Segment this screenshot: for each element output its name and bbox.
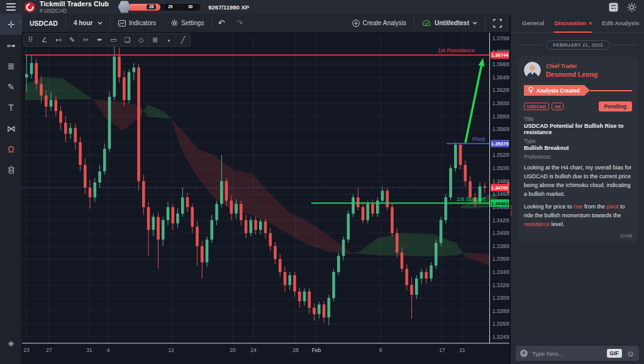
xabcd-pattern-icon[interactable]: ⋈ <box>0 118 22 139</box>
indicators-button[interactable]: Indicators <box>111 14 164 33</box>
tab-discussion[interactable]: Discussion× <box>554 14 592 33</box>
chart-toolbar: USDCAD 4 hour Indicators <box>22 14 509 33</box>
xp-progress: 28 29 30 9267/11980 XP <box>118 1 249 14</box>
drawing-tools-sidebar: ✛⊶≣✎T⋈Ω ◈ <box>0 14 22 364</box>
svg-text:1.35200: 1.35200 <box>492 152 509 158</box>
message-timestamp: 10:08 <box>524 233 632 239</box>
app-title: Tickmill Traders Club <box>40 1 109 8</box>
svg-text:12: 12 <box>168 347 174 353</box>
input-placeholder: Type here... <box>532 350 602 357</box>
svg-text:1.32600: 1.32600 <box>492 321 509 327</box>
svg-text:27: 27 <box>46 347 52 353</box>
lightbulb-icon <box>528 87 533 94</box>
svg-text:1.34000: 1.34000 <box>492 230 509 236</box>
settings-button[interactable]: Settings <box>164 14 211 33</box>
author-name[interactable]: Desmond Leong <box>546 71 597 78</box>
create-analysis-button[interactable]: Create Analysis <box>345 14 414 33</box>
svg-text:1.34800: 1.34800 <box>492 179 509 185</box>
svg-text:1.36600: 1.36600 <box>492 62 509 67</box>
widgets-icon[interactable] <box>609 3 618 12</box>
gear-icon[interactable] <box>627 3 636 12</box>
svg-text:1.34462: 1.34462 <box>491 201 508 207</box>
xp-text: 9267/11980 XP <box>208 4 249 11</box>
price-chart[interactable]: 1.370001.368001.366001.364001.362001.360… <box>22 33 509 364</box>
message-input[interactable]: + Type here... GIF ☺ <box>516 346 639 361</box>
fullscreen-icon <box>493 19 502 28</box>
message-composer: + Type here... GIF ☺ <box>511 343 644 364</box>
analysis-created-banner: Analysis Created <box>524 85 590 96</box>
attach-icon[interactable]: + <box>520 350 528 357</box>
analysis-body: Looking at the H4 chart, my overall bias… <box>524 164 632 229</box>
emoji-icon[interactable]: ☺ <box>626 349 635 358</box>
app-header: Tickmill Traders Club # USDCAD 28 29 30 … <box>0 0 644 14</box>
magnet-icon[interactable]: Ω <box>0 139 22 159</box>
fib-retracement-icon[interactable]: ≣ <box>0 55 22 76</box>
svg-text:1.35379: 1.35379 <box>491 141 508 147</box>
discussion-panel: General Discussion× Edit Analysis FEBRUA… <box>509 14 644 364</box>
svg-text:21: 21 <box>459 347 465 353</box>
svg-text:28: 28 <box>292 347 299 353</box>
indicators-icon <box>118 20 126 26</box>
timeframe-badge: H4 <box>552 103 564 110</box>
xp-bar: 28 29 30 <box>128 4 201 11</box>
symbol-button[interactable]: USDCAD <box>22 14 65 33</box>
date-divider: FEBRUARY 21, 2023 <box>519 40 636 50</box>
line-tool-icon[interactable]: ╱ <box>176 34 190 46</box>
discussion-feed: FEBRUARY 21, 2023 Chief Trader <box>511 33 644 343</box>
redo-button[interactable]: ↷ <box>230 14 248 33</box>
close-tab-icon[interactable]: × <box>589 20 592 26</box>
type-label: Type <box>524 138 632 144</box>
brush-tool-icon[interactable]: ✒ <box>93 34 107 46</box>
tab-edit-analysis[interactable]: Edit Analysis <box>602 14 639 33</box>
arrow-tool-icon[interactable]: ↤ <box>52 34 65 46</box>
svg-text:1.35000: 1.35000 <box>492 166 509 171</box>
svg-text:24: 24 <box>250 347 257 353</box>
preference-label: Preference: <box>524 154 632 160</box>
svg-text:1.32800: 1.32800 <box>492 309 509 314</box>
svg-text:1.35600: 1.35600 <box>492 127 509 132</box>
plus-circle-icon <box>352 20 360 27</box>
gif-button[interactable]: GIF <box>607 349 622 358</box>
rectangle-tool-icon[interactable]: ▭ <box>107 34 121 46</box>
chart-area[interactable]: 1.370001.368001.366001.364001.362001.360… <box>22 33 509 364</box>
author-role: Chief Trader <box>546 63 597 69</box>
svg-text:4: 4 <box>107 347 110 353</box>
text-tool-icon[interactable]: T <box>0 97 22 118</box>
svg-text:1.32400: 1.32400 <box>492 334 509 340</box>
svg-text:1.36000: 1.36000 <box>492 101 509 106</box>
pivot-label: Pivot <box>472 136 486 142</box>
dot-tool-icon[interactable]: • <box>162 34 176 46</box>
hamburger-menu-icon[interactable] <box>0 3 22 11</box>
trend-line-icon[interactable]: ⊶ <box>0 35 22 55</box>
svg-text:1.35800: 1.35800 <box>492 114 509 120</box>
svg-text:1.33800: 1.33800 <box>492 244 509 249</box>
level-chip-after: 30 <box>186 4 195 9</box>
svg-text:1.34200: 1.34200 <box>492 218 509 224</box>
brush-icon[interactable]: ✎ <box>0 76 22 97</box>
object-tree-icon[interactable]: ◈ <box>0 338 22 348</box>
undo-button[interactable]: ↶ <box>212 14 230 33</box>
angle-tool-icon[interactable]: ∠ <box>38 34 52 46</box>
fullscreen-button[interactable] <box>486 14 509 33</box>
timeframe-selector[interactable]: 4 hour <box>66 14 110 33</box>
crosshair-icon[interactable]: ✛ <box>0 14 22 35</box>
symbol-badge: USDCAD <box>524 103 549 110</box>
svg-text:1.34700: 1.34700 <box>491 185 508 191</box>
pencil-tool-icon[interactable]: ✎ <box>65 34 79 46</box>
panel-tabs: General Discussion× Edit Analysis <box>511 14 644 33</box>
highlighter-tool-icon[interactable]: ✏ <box>79 34 93 46</box>
polygon-tool-icon[interactable]: ◇ <box>135 34 148 46</box>
svg-text:31: 31 <box>86 347 92 353</box>
svg-text:1.33600: 1.33600 <box>492 256 509 262</box>
tab-general[interactable]: General <box>522 14 544 33</box>
delete-icon[interactable] <box>0 159 22 180</box>
floating-drawing-toolbar: ⠿∠↤✎✏✒▭❏◇≣•╱ <box>23 33 191 47</box>
analysis-title: USDCAD Potential for Bullish Rise to res… <box>524 123 632 135</box>
saved-analysis-selector[interactable]: Untitledtest <box>414 14 485 33</box>
parallel-lines-tool-icon[interactable]: ≣ <box>148 34 162 46</box>
callout-tool-icon[interactable]: ❏ <box>121 34 135 46</box>
scroll-indicator <box>511 205 511 210</box>
title-label: Title <box>524 116 632 122</box>
analysis-message-card[interactable]: Chief Trader Desmond Leong Analysis Crea… <box>518 56 638 243</box>
drag-handle-icon[interactable]: ⠿ <box>24 34 38 46</box>
